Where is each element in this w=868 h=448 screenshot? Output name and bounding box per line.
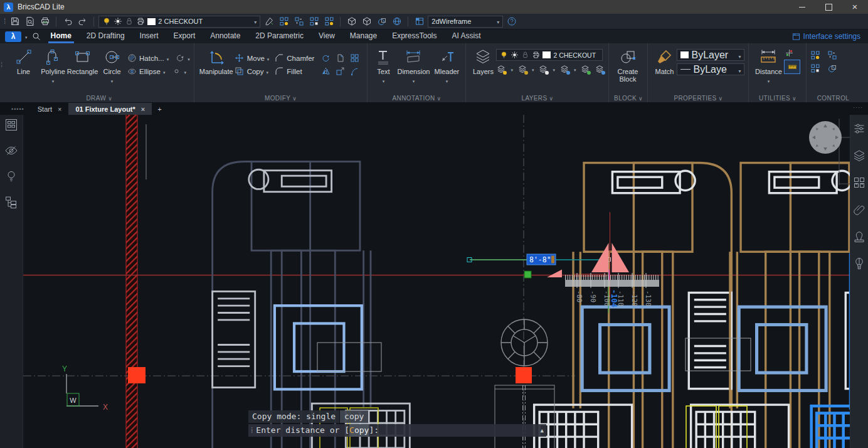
manipulate-button[interactable]: Manipulate <box>198 46 235 75</box>
circle-button[interactable]: Circle <box>97 46 127 84</box>
rotate-button[interactable] <box>320 53 331 63</box>
tabbar-grip-icon[interactable] <box>11 106 24 112</box>
new-tab-button[interactable]: + <box>152 105 167 113</box>
rectangle-button[interactable]: Rectangle <box>68 46 97 75</box>
panel-label-layers[interactable]: LAYERS <box>466 95 608 102</box>
layer-freeze-button[interactable] <box>538 64 548 74</box>
red-block-marker-center[interactable] <box>516 367 532 383</box>
panel-label-control[interactable]: CONTROL <box>807 95 859 102</box>
fillet-button[interactable]: Fillet <box>287 68 302 75</box>
visual-style-dropdown[interactable]: 2dWireframe <box>428 16 503 28</box>
layer-off-button[interactable] <box>496 64 506 74</box>
layer-isolate-button[interactable] <box>559 64 569 74</box>
grid-bulb-icon[interactable] <box>277 16 290 27</box>
tab-2d-parametric[interactable]: 2D Parametric <box>248 29 311 43</box>
break-button[interactable] <box>349 66 359 76</box>
round-rack-symbol[interactable] <box>501 319 548 366</box>
line-button[interactable]: Line <box>9 46 38 75</box>
command-expand-icon[interactable] <box>541 424 544 437</box>
layers-button[interactable]: Layers <box>470 46 496 75</box>
layers-panel-icon[interactable] <box>852 148 867 163</box>
linetype-dropdown[interactable]: ByLaye <box>677 63 744 75</box>
attachments-icon[interactable] <box>852 202 867 217</box>
layer-dropdown[interactable]: 2 CHECKOUT <box>98 16 260 28</box>
search-icon[interactable] <box>30 31 43 42</box>
save-button[interactable] <box>8 16 21 27</box>
green-grip[interactable] <box>524 271 531 278</box>
structure-tree-icon[interactable] <box>4 195 19 210</box>
panel-label-draw[interactable]: DRAW <box>5 95 194 102</box>
point-icon[interactable] <box>171 67 181 77</box>
close-icon[interactable] <box>58 105 61 113</box>
red-block-marker-left[interactable] <box>128 367 146 383</box>
hatch-button[interactable]: Hatch... <box>139 55 164 62</box>
ribbon-grip-icon[interactable] <box>1 61 3 68</box>
panel-label-utilities[interactable]: UTILITIES <box>749 95 806 102</box>
ellipse-button[interactable]: Ellipse <box>139 68 161 75</box>
erase-button[interactable] <box>335 53 345 63</box>
mirror-button[interactable] <box>320 66 331 76</box>
id-point-button[interactable] <box>784 48 794 58</box>
panel-label-annotation[interactable]: ANNOTATION <box>368 95 465 102</box>
panel-label-properties[interactable]: PROPERTIES <box>648 95 748 102</box>
sheets-icon[interactable] <box>852 229 867 244</box>
print-preview-button[interactable] <box>23 16 36 27</box>
redo-button[interactable] <box>76 16 89 27</box>
tab-manage[interactable]: Manage <box>342 29 384 43</box>
grid-arrows-icon[interactable] <box>292 16 305 27</box>
checkout-fixture-4[interactable] <box>213 162 410 448</box>
layer-state-button[interactable] <box>580 64 590 74</box>
quick-measure-button-active[interactable] <box>784 60 800 74</box>
lookfrom-widget[interactable] <box>809 119 850 185</box>
tab-2d-drafting[interactable]: 2D Drafting <box>79 29 132 43</box>
cube-icon[interactable] <box>345 16 358 27</box>
grid-plug-button[interactable] <box>810 63 820 73</box>
hatch-icon[interactable] <box>127 53 137 63</box>
create-block-button[interactable]: CreateBlock <box>613 46 642 83</box>
close-button[interactable] <box>842 0 868 14</box>
panels-icon[interactable] <box>4 117 19 132</box>
match-properties-button[interactable]: Match <box>652 46 677 75</box>
doc-tab-start[interactable]: Start <box>31 103 69 115</box>
circle-square-button[interactable] <box>827 63 837 73</box>
distance-button[interactable]: Distance <box>753 46 784 84</box>
toolbar-grip-icon[interactable] <box>4 17 6 26</box>
cube-alt-icon[interactable] <box>360 16 373 27</box>
publish-button[interactable] <box>38 16 51 27</box>
scale-button[interactable] <box>335 66 345 76</box>
tab-expresstools[interactable]: ExpressTools <box>384 29 444 43</box>
text-button[interactable]: Text <box>371 46 395 84</box>
interface-settings-button[interactable]: Interface settings <box>792 32 863 41</box>
grid-arrows-button[interactable] <box>827 50 837 60</box>
chamfer-button[interactable]: Chamfer <box>287 55 314 62</box>
layer-new-button[interactable] <box>595 64 605 74</box>
eyedropper-icon[interactable] <box>262 16 275 27</box>
panel-label-modify[interactable]: MODIFY <box>194 95 368 102</box>
fixture-outline-gray-right[interactable] <box>685 338 751 371</box>
lightbulb-icon[interactable] <box>4 169 19 184</box>
tab-view[interactable]: View <box>311 29 342 43</box>
ellipse-icon[interactable] <box>127 67 137 77</box>
ribbon-layer-dropdown[interactable]: 2 CHECKOUT <box>496 49 603 61</box>
fixture-outline-gray-left[interactable] <box>317 343 381 371</box>
polyline-button[interactable]: Polyline <box>38 46 68 84</box>
minimize-button[interactable] <box>789 0 815 14</box>
copy-button[interactable]: Copy <box>247 68 264 75</box>
tab-insert[interactable]: Insert <box>132 29 166 43</box>
grid-lamp-icon[interactable] <box>322 16 336 27</box>
undo-button[interactable] <box>61 16 74 27</box>
maximize-button[interactable] <box>815 0 842 14</box>
tabbar-overflow-icon[interactable] <box>853 104 863 110</box>
grid-bulb-button[interactable] <box>810 50 820 60</box>
move-button[interactable]: Move <box>247 55 265 62</box>
tab-home[interactable]: Home <box>43 29 79 43</box>
doc-tab-fixture-layout[interactable]: 01 Fixture Layout* <box>68 103 152 115</box>
revision-cloud-icon[interactable] <box>175 53 185 63</box>
balloon-icon[interactable] <box>852 256 867 271</box>
properties-sliders-icon[interactable] <box>852 121 867 136</box>
array-button[interactable] <box>349 53 359 63</box>
help-icon[interactable] <box>505 16 518 27</box>
dimension-button[interactable]: Dimension <box>395 46 431 84</box>
chevron-down-icon[interactable] <box>25 32 28 41</box>
table-icon[interactable] <box>413 16 426 27</box>
